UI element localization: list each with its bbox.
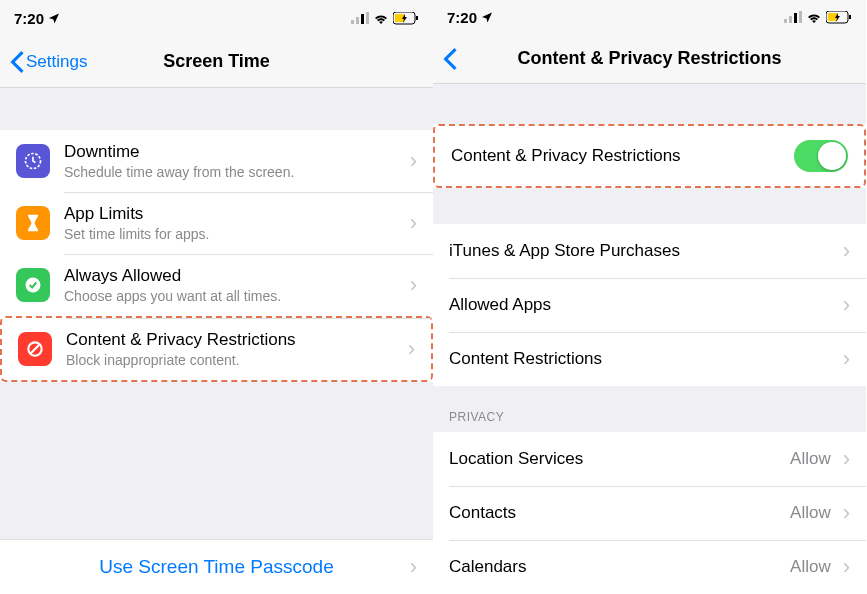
row-value: Allow <box>790 449 831 469</box>
status-bar: 7:20 <box>433 0 866 34</box>
row-subtitle: Block inappropriate content. <box>66 352 400 368</box>
svg-line-10 <box>30 344 40 354</box>
row-label: Location Services <box>449 449 790 469</box>
row-always-allowed[interactable]: Always Allowed Choose apps you want at a… <box>0 254 433 316</box>
chevron-right-icon: › <box>410 554 417 580</box>
chevron-left-icon <box>443 48 457 70</box>
chevron-right-icon: › <box>843 500 850 526</box>
svg-rect-2 <box>361 14 364 24</box>
row-subtitle: Choose apps you want at all times. <box>64 288 402 304</box>
svg-rect-13 <box>794 13 797 23</box>
row-content-restrictions[interactable]: Content Restrictions › <box>433 332 866 386</box>
row-calendars[interactable]: Calendars Allow › <box>433 540 866 594</box>
page-title: Content & Privacy Restrictions <box>433 48 866 69</box>
chevron-right-icon: › <box>410 210 417 236</box>
row-content-privacy-toggle: Content & Privacy Restrictions <box>433 124 866 188</box>
location-arrow-icon <box>481 11 493 23</box>
passcode-label: Use Screen Time Passcode <box>99 556 333 578</box>
screen-time-options-group: Downtime Schedule time away from the scr… <box>0 130 433 382</box>
status-icons <box>351 12 419 25</box>
chevron-right-icon: › <box>410 272 417 298</box>
wifi-icon <box>373 12 389 24</box>
status-time: 7:20 <box>14 10 44 27</box>
row-title: Downtime <box>64 142 402 162</box>
chevron-right-icon: › <box>410 148 417 174</box>
row-downtime[interactable]: Downtime Schedule time away from the scr… <box>0 130 433 192</box>
location-arrow-icon <box>48 12 60 24</box>
row-label: iTunes & App Store Purchases <box>449 241 835 261</box>
nav-bar: Content & Privacy Restrictions <box>433 34 866 84</box>
row-title: Always Allowed <box>64 266 402 286</box>
chevron-right-icon: › <box>843 346 850 372</box>
svg-rect-0 <box>351 20 354 24</box>
row-location-services[interactable]: Location Services Allow › <box>433 432 866 486</box>
svg-rect-11 <box>784 19 787 23</box>
back-button[interactable] <box>443 48 459 70</box>
contentprivacy-icon <box>18 332 52 366</box>
svg-rect-17 <box>849 15 851 19</box>
signal-icon <box>351 12 369 24</box>
status-bar: 7:20 <box>0 0 433 36</box>
row-label: Contacts <box>449 503 790 523</box>
row-itunes-purchases[interactable]: iTunes & App Store Purchases › <box>433 224 866 278</box>
alwaysallowed-icon <box>16 268 50 302</box>
row-subtitle: Schedule time away from the screen. <box>64 164 402 180</box>
nav-bar: Settings Screen Time <box>0 36 433 88</box>
svg-rect-14 <box>799 11 802 23</box>
signal-icon <box>784 11 802 23</box>
svg-rect-3 <box>366 12 369 24</box>
row-value: Allow <box>790 557 831 577</box>
row-label: Calendars <box>449 557 790 577</box>
svg-rect-12 <box>789 16 792 23</box>
screen-time-screen: 7:20 Settings Screen Time Downtime Sched… <box>0 0 433 594</box>
row-app-limits[interactable]: App Limits Set time limits for apps. › <box>0 192 433 254</box>
status-time: 7:20 <box>447 9 477 26</box>
back-label: Settings <box>26 52 87 72</box>
content-privacy-toggle[interactable] <box>794 140 848 172</box>
row-label: Content Restrictions <box>449 349 835 369</box>
svg-rect-1 <box>356 17 359 24</box>
chevron-right-icon: › <box>843 292 850 318</box>
chevron-right-icon: › <box>843 446 850 472</box>
row-subtitle: Set time limits for apps. <box>64 226 402 242</box>
privacy-group: Location Services Allow › Contacts Allow… <box>433 432 866 594</box>
back-button[interactable]: Settings <box>10 51 87 73</box>
row-allowed-apps[interactable]: Allowed Apps › <box>433 278 866 332</box>
row-title: Content & Privacy Restrictions <box>66 330 400 350</box>
row-label: Allowed Apps <box>449 295 835 315</box>
battery-icon <box>393 12 419 25</box>
chevron-right-icon: › <box>843 554 850 580</box>
row-contacts[interactable]: Contacts Allow › <box>433 486 866 540</box>
row-content-privacy[interactable]: Content & Privacy Restrictions Block ina… <box>0 316 433 382</box>
row-value: Allow <box>790 503 831 523</box>
svg-rect-6 <box>416 16 418 20</box>
chevron-right-icon: › <box>408 336 415 362</box>
use-passcode-button[interactable]: Use Screen Time Passcode › <box>0 539 433 594</box>
toggle-group: Content & Privacy Restrictions <box>433 124 866 188</box>
status-icons <box>784 11 852 24</box>
toggle-label: Content & Privacy Restrictions <box>451 146 794 166</box>
chevron-right-icon: › <box>843 238 850 264</box>
privacy-section-header: PRIVACY <box>433 386 866 432</box>
chevron-left-icon <box>10 51 24 73</box>
content-privacy-screen: 7:20 Content & Privacy Restrictions Cont… <box>433 0 866 594</box>
battery-icon <box>826 11 852 24</box>
restrictions-group: iTunes & App Store Purchases › Allowed A… <box>433 224 866 386</box>
downtime-icon <box>16 144 50 178</box>
row-title: App Limits <box>64 204 402 224</box>
wifi-icon <box>806 11 822 23</box>
applimits-icon <box>16 206 50 240</box>
